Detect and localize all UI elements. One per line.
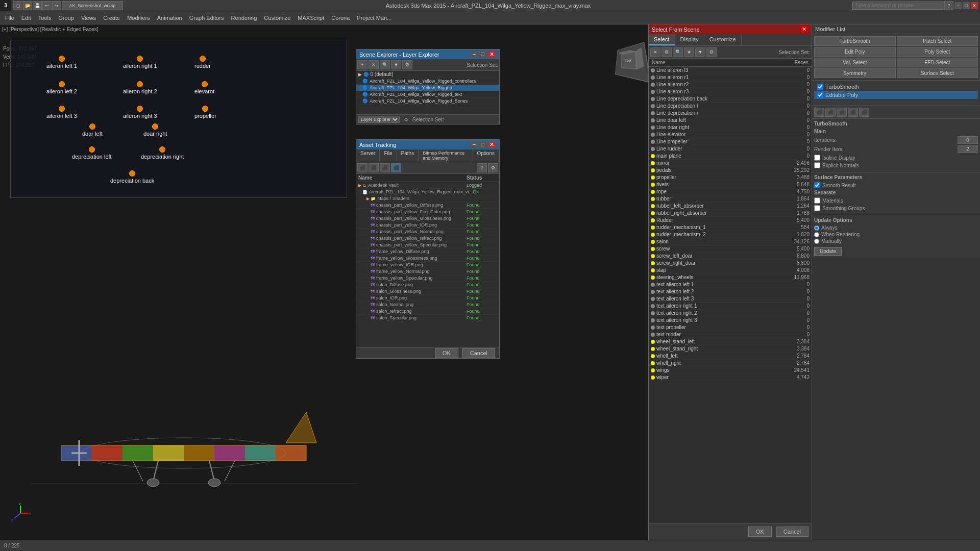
ts-when-rendering-radio[interactable]: [814, 232, 819, 237]
node-aileron-right-1[interactable]: aileron right 1: [123, 56, 157, 69]
at-item-row[interactable]: 🗺 frame_yellow_Specular.png Found: [356, 275, 499, 282]
node-depreciation-right[interactable]: depreciation right: [141, 146, 184, 160]
sfs-tool-4[interactable]: ★: [684, 47, 694, 57]
patch-select-btn[interactable]: Patch Select: [897, 36, 978, 46]
menu-views[interactable]: Views: [78, 14, 99, 22]
at-item-row[interactable]: 🗺 frame_yellow_IOR.png Found: [356, 262, 499, 268]
at-minimize[interactable]: −: [471, 141, 478, 148]
ts-manually-radio[interactable]: [814, 239, 819, 244]
sfs-object-row[interactable]: Rudder 5,400: [649, 217, 812, 224]
sfs-object-row[interactable]: rudder_mechanism_1 584: [649, 224, 812, 231]
node-rudder[interactable]: rudder: [194, 56, 211, 69]
mod-nav-2[interactable]: ⬛: [825, 108, 836, 117]
sfs-object-row[interactable]: screw_right_doar 8,800: [649, 260, 812, 267]
ts-smooth-result-checkbox[interactable]: [814, 182, 820, 188]
at-item-row[interactable]: 🗺 frame_yellow_Glossiness.png Found: [356, 255, 499, 262]
menu-edit[interactable]: Edit: [18, 14, 34, 22]
menu-maxscript[interactable]: MAXScript: [295, 14, 327, 22]
sfs-tool-6[interactable]: ⚙: [706, 47, 717, 57]
le-new-layer-btn[interactable]: +: [357, 60, 368, 69]
sfs-object-row[interactable]: screw 5,400: [649, 245, 812, 253]
at-item-row[interactable]: 🗺 frame_yellow_Normal.png Found: [356, 268, 499, 275]
sfs-object-row[interactable]: text aileron left 3 0: [649, 295, 812, 303]
at-menu-options[interactable]: Options: [473, 149, 499, 162]
ts-materials-checkbox[interactable]: [814, 197, 820, 204]
sfs-object-row[interactable]: whell_left 2,784: [649, 353, 812, 360]
scene-explorer-maximize[interactable]: □: [479, 51, 486, 58]
node-depreciation-left[interactable]: depreciation left: [72, 146, 112, 160]
menu-group[interactable]: Group: [55, 14, 77, 22]
at-item-row[interactable]: 🗺 chassis_part_yellow_Specular.png Found: [356, 242, 499, 248]
le-filter-btn[interactable]: ▼: [391, 60, 401, 69]
node-doar-right[interactable]: doar right: [143, 123, 167, 137]
at-tool-settings[interactable]: ⚙: [488, 163, 498, 172]
layer-controllers[interactable]: 🔵 Aircraft_PZL_104_Wilga_Yellow_Rigged_c…: [356, 78, 499, 85]
at-tool-4[interactable]: ⬛: [391, 163, 401, 172]
at-row-maps-folder[interactable]: ▶ 📁 Maps / Shaders: [356, 195, 499, 202]
at-item-row[interactable]: 🗺 salon_Glossiness.png Found: [356, 288, 499, 295]
minimize-btn[interactable]: −: [954, 2, 962, 9]
at-tool-help[interactable]: ?: [477, 163, 487, 172]
poly-select-btn[interactable]: Poly Select: [897, 47, 978, 57]
sfs-object-row[interactable]: Line rudder 0: [649, 145, 812, 153]
explorer-dropdown[interactable]: Layer Explorer: [358, 116, 400, 123]
sfs-object-row[interactable]: wings 24,541: [649, 367, 812, 374]
surface-select-btn[interactable]: Surface Select: [897, 68, 978, 78]
ts-explicit-normals-checkbox[interactable]: [814, 162, 820, 168]
node-aileron-right-2[interactable]: aileron right 2: [123, 81, 157, 94]
at-menu-file[interactable]: File: [380, 149, 397, 162]
turbosomooth-btn[interactable]: TurboSmooth: [814, 36, 896, 46]
at-item-row[interactable]: 🗺 chassis_part_yellow_Fog_Color.png Foun…: [356, 209, 499, 215]
menu-create[interactable]: Create: [100, 14, 123, 22]
at-item-row[interactable]: 🗺 chassis_part_yellow_refract.png Found: [356, 235, 499, 242]
sfs-tool-3[interactable]: 🔍: [673, 47, 683, 57]
symmetry-btn[interactable]: Symmetry: [814, 68, 896, 78]
sfs-tab-customize[interactable]: Customize: [704, 34, 742, 45]
sfs-object-row[interactable]: Line depreciation l 0: [649, 103, 812, 110]
sfs-object-row[interactable]: rubber_left_absorber 1,264: [649, 203, 812, 210]
at-item-row[interactable]: 🗺 frame_yellow_Diffuse.png Found: [356, 248, 499, 255]
search-input[interactable]: [852, 2, 944, 10]
node-doar-left[interactable]: doar left: [82, 123, 103, 137]
sfs-object-row[interactable]: text propeller 0: [649, 324, 812, 331]
editable-poly-checkbox[interactable]: [817, 92, 823, 98]
sfs-object-row[interactable]: Line aileron l3 0: [649, 67, 812, 74]
sfs-object-row[interactable]: steering_wheels 11,968: [649, 274, 812, 281]
at-item-row[interactable]: 🗺 salon_Normal.png Found: [356, 302, 499, 308]
sfs-object-row[interactable]: mirror 2,496: [649, 160, 812, 167]
ts-always-radio[interactable]: [814, 226, 819, 231]
at-item-row[interactable]: 🗺 salon_refract.png Found: [356, 308, 499, 315]
sfs-object-row[interactable]: wiper 4,742: [649, 374, 812, 381]
at-ok-btn[interactable]: OK: [435, 348, 458, 358]
ts-smoothing-groups-checkbox[interactable]: [814, 205, 820, 211]
sfs-object-row[interactable]: Line aileron r1 0: [649, 74, 812, 81]
sfs-object-row[interactable]: stap 4,006: [649, 267, 812, 274]
node-aileron-left-3[interactable]: aileron left 3: [46, 106, 77, 119]
at-item-row[interactable]: 🗺 chassis_part_yellow_Glossiness.png Fou…: [356, 215, 499, 222]
modifier-editable-poly[interactable]: Editable Poly: [814, 91, 978, 99]
sfs-object-row[interactable]: rubber 1,864: [649, 195, 812, 203]
sfs-object-row[interactable]: pedals 25,292: [649, 167, 812, 174]
edit-poly-btn[interactable]: Edit Poly: [814, 47, 896, 57]
at-menu-server[interactable]: Server: [356, 149, 380, 162]
sfs-object-row[interactable]: Line elevator 0: [649, 131, 812, 138]
menu-tools[interactable]: Tools: [35, 14, 55, 22]
sfs-object-row[interactable]: rubber_right_absorber 1,788: [649, 210, 812, 217]
at-maximize[interactable]: □: [479, 141, 486, 148]
at-item-row[interactable]: 🗺 chassis_part_yellow_Normal.png Found: [356, 229, 499, 235]
at-tool-2[interactable]: ⬛: [369, 163, 379, 172]
mod-nav-4[interactable]: ⬛: [848, 108, 858, 117]
sfs-tool-1[interactable]: ✕: [650, 47, 660, 57]
at-item-row[interactable]: 🗺 chassis_part_yellow_IOR.png Found: [356, 222, 499, 229]
le-delete-btn[interactable]: ✕: [369, 60, 379, 69]
ts-iterations-input[interactable]: [958, 136, 978, 144]
menu-rendering[interactable]: Rendering: [228, 14, 260, 22]
menu-graph-editors[interactable]: Graph Editors: [186, 14, 227, 22]
at-menu-bitmap[interactable]: Bitmap Performance and Memory: [419, 149, 473, 162]
footer-selection-set-icon[interactable]: ⚙: [404, 117, 408, 122]
sfs-object-row[interactable]: main plane 0: [649, 153, 812, 160]
sfs-tool-2[interactable]: ⚙: [662, 47, 672, 57]
sfs-object-row[interactable]: text aileron left 1 0: [649, 281, 812, 288]
ts-isoline-checkbox[interactable]: [814, 155, 820, 161]
menu-modifiers[interactable]: Modifiers: [124, 14, 153, 22]
